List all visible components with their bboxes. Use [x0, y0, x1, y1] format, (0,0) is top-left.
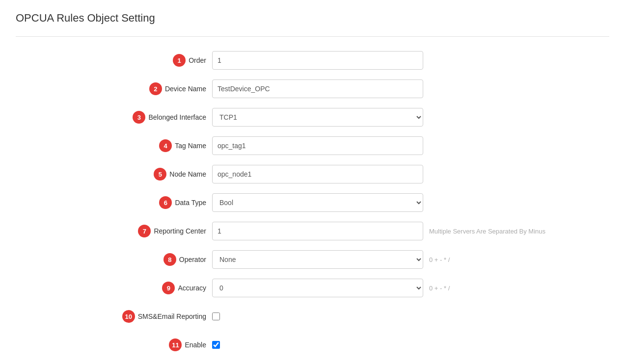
- field-label-2: Device Name: [165, 85, 206, 93]
- form-row-11: 11Enable: [26, 335, 599, 355]
- label-area-4: 4Tag Name: [26, 139, 212, 152]
- field-area-10: [212, 312, 599, 320]
- label-area-5: 5Node Name: [26, 168, 212, 181]
- field-label-6: Data Type: [175, 199, 206, 207]
- label-area-7: 7Reporting Center: [26, 225, 212, 237]
- field-label-11: Enable: [185, 341, 206, 349]
- step-badge-11: 11: [169, 338, 182, 351]
- field-area-8: None+-*/0 + - * /: [212, 250, 599, 269]
- field-area-4: [212, 136, 599, 155]
- field-label-8: Operator: [179, 256, 206, 263]
- form-row-7: 7Reporting CenterMultiple Servers Are Se…: [26, 221, 599, 241]
- step-badge-5: 5: [154, 168, 166, 181]
- input-tag-name[interactable]: [212, 136, 423, 155]
- input-order[interactable]: [212, 51, 423, 70]
- field-area-6: BoolIntFloatString: [212, 193, 599, 212]
- hint-8: 0 + - * /: [429, 256, 450, 263]
- field-area-5: [212, 165, 599, 183]
- form-row-2: 2Device Name: [26, 79, 599, 99]
- field-area-1: [212, 51, 599, 70]
- step-badge-1: 1: [173, 54, 186, 67]
- label-area-2: 2Device Name: [26, 82, 212, 95]
- label-area-11: 11Enable: [26, 338, 212, 351]
- form-row-10: 10SMS&Email Reporting: [26, 307, 599, 326]
- field-label-5: Node Name: [169, 170, 206, 178]
- field-label-10: SMS&Email Reporting: [138, 312, 206, 320]
- form-container: 1Order2Device Name3Belonged InterfaceTCP…: [16, 51, 609, 355]
- input-device-name[interactable]: [212, 79, 423, 98]
- field-area-2: [212, 79, 599, 98]
- step-badge-4: 4: [159, 139, 172, 152]
- step-badge-3: 3: [133, 111, 145, 124]
- field-label-9: Accuracy: [178, 284, 206, 292]
- page-title: OPCUA Rules Object Setting: [16, 12, 609, 25]
- step-badge-9: 9: [162, 282, 175, 294]
- field-label-3: Belonged Interface: [148, 113, 206, 121]
- field-area-3: TCP1TCP2UDP1: [212, 108, 599, 127]
- hint-9: 0 + - * /: [429, 285, 450, 292]
- form-row-1: 1Order: [26, 51, 599, 70]
- hint-7: Multiple Servers Are Separated By Minus: [429, 228, 545, 235]
- field-label-7: Reporting Center: [154, 227, 206, 235]
- step-badge-2: 2: [149, 82, 162, 95]
- label-area-1: 1Order: [26, 54, 212, 67]
- label-area-6: 6Data Type: [26, 196, 212, 209]
- label-area-8: 8Operator: [26, 253, 212, 266]
- select-operator[interactable]: None+-*/: [212, 250, 423, 269]
- field-label-1: Order: [189, 56, 206, 64]
- select-data-type[interactable]: BoolIntFloatString: [212, 193, 423, 212]
- form-row-8: 8OperatorNone+-*/0 + - * /: [26, 250, 599, 269]
- form-row-6: 6Data TypeBoolIntFloatString: [26, 193, 599, 212]
- checkbox-smsemail-reporting[interactable]: [212, 312, 220, 320]
- step-badge-7: 7: [138, 225, 151, 237]
- field-label-4: Tag Name: [175, 142, 206, 150]
- step-badge-6: 6: [159, 196, 172, 209]
- input-reporting-center[interactable]: [212, 222, 423, 240]
- form-row-5: 5Node Name: [26, 164, 599, 184]
- page-container: OPCUA Rules Object Setting 1Order2Device…: [0, 0, 625, 364]
- label-area-10: 10SMS&Email Reporting: [26, 310, 212, 323]
- label-area-9: 9Accuracy: [26, 282, 212, 294]
- form-row-4: 4Tag Name: [26, 136, 599, 156]
- checkbox-enable[interactable]: [212, 341, 220, 349]
- step-badge-8: 8: [163, 253, 176, 266]
- step-badge-10: 10: [122, 310, 135, 323]
- select-belonged-interface[interactable]: TCP1TCP2UDP1: [212, 108, 423, 127]
- label-area-3: 3Belonged Interface: [26, 111, 212, 124]
- field-area-7: Multiple Servers Are Separated By Minus: [212, 222, 599, 240]
- field-area-11: [212, 341, 599, 349]
- field-area-9: 012340 + - * /: [212, 279, 599, 297]
- form-row-3: 3Belonged InterfaceTCP1TCP2UDP1: [26, 107, 599, 127]
- input-node-name[interactable]: [212, 165, 423, 183]
- form-row-9: 9Accuracy012340 + - * /: [26, 278, 599, 298]
- section-divider: [16, 36, 609, 37]
- select-accuracy[interactable]: 01234: [212, 279, 423, 297]
